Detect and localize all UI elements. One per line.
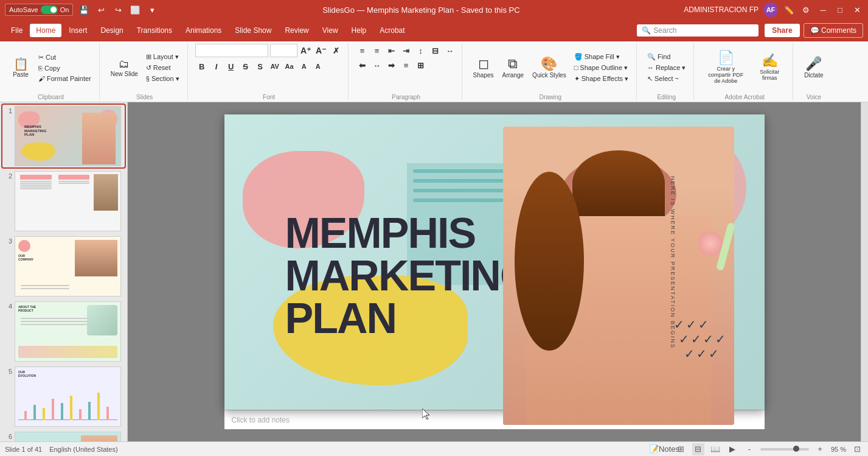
bold-button[interactable]: B xyxy=(195,60,209,73)
increase-indent-button[interactable]: ⇥ xyxy=(400,44,413,57)
normal-view-button[interactable]: ⊞ xyxy=(675,443,687,455)
autosave-toggle[interactable] xyxy=(41,5,58,14)
decrease-indent-button[interactable]: ⇤ xyxy=(385,44,398,57)
status-bar: Slide 1 of 41 English (United States) 📝 … xyxy=(0,441,868,456)
dictate-button[interactable]: 🎤 Dictate xyxy=(800,55,827,81)
user-avatar[interactable]: AF xyxy=(763,2,778,17)
highlight-color-button[interactable]: A xyxy=(297,60,311,73)
notes-button[interactable]: 📝 Notes xyxy=(658,443,670,455)
menu-view[interactable]: View xyxy=(316,24,344,37)
zoom-in-button[interactable]: + xyxy=(814,443,826,455)
font-size-input[interactable] xyxy=(270,44,297,57)
autosave-status: On xyxy=(60,6,69,13)
align-left-button[interactable]: ⬅ xyxy=(356,58,369,72)
reading-view-button[interactable]: 📖 xyxy=(709,443,721,455)
change-case-button[interactable]: Aa xyxy=(283,60,296,73)
slide-canvas[interactable]: MEMPHISMARKETINGPLAN ✓✓✓ ✓✓✓✓ ✓✓✓ xyxy=(224,114,765,410)
section-button[interactable]: § Section ▾ xyxy=(143,74,182,84)
slide-panel[interactable]: 1 MEMPHISMARKETINGPLAN 2 xyxy=(0,102,128,441)
share-button[interactable]: Share xyxy=(765,24,799,37)
slideshow-button[interactable]: ▶ xyxy=(726,443,738,455)
close-button[interactable]: ✕ xyxy=(851,4,863,16)
italic-button[interactable]: I xyxy=(210,60,223,73)
settings-icon[interactable]: ⚙ xyxy=(800,4,812,16)
align-right-button[interactable]: ➡ xyxy=(385,58,398,72)
align-center-button[interactable]: ↔ xyxy=(370,58,384,72)
quick-styles-button[interactable]: 🎨 Quick Styles xyxy=(529,55,570,81)
slide-thumb-4: ABOUT THEPRODUCT xyxy=(15,301,121,362)
redo-button[interactable]: ↪ xyxy=(112,4,124,16)
underline-button[interactable]: U xyxy=(224,60,238,73)
shape-effects-button[interactable]: ✦ Shape Effects ▾ xyxy=(571,74,631,84)
reset-button[interactable]: ↺ Reset xyxy=(143,63,182,73)
select-button[interactable]: ↖ Select ~ xyxy=(644,74,689,84)
menu-help[interactable]: Help xyxy=(345,24,373,37)
menu-design[interactable]: Design xyxy=(94,24,129,37)
maximize-button[interactable]: □ xyxy=(834,4,846,16)
columns-button[interactable]: ⊟ xyxy=(429,44,442,57)
save-button[interactable]: 💾 xyxy=(78,4,90,16)
justify-button[interactable]: ≡ xyxy=(400,58,413,72)
bullet-list-button[interactable]: ≡ xyxy=(356,44,369,57)
search-box[interactable]: 🔍 Search xyxy=(637,24,759,37)
notes-placeholder[interactable]: Click to add notes xyxy=(232,416,290,424)
undo-button[interactable]: ↩ xyxy=(95,4,107,16)
char-spacing-button[interactable]: AV xyxy=(268,60,282,73)
request-signatures-button[interactable]: ✍ Solicitar firmas xyxy=(751,52,788,83)
slide-number-3: 3 xyxy=(4,237,12,245)
text-direction-button[interactable]: ↔ xyxy=(443,44,457,57)
zoom-thumb[interactable] xyxy=(793,446,799,452)
slide-item-1[interactable]: 1 MEMPHISMARKETINGPLAN xyxy=(2,105,125,167)
restore-button[interactable]: ⬜ xyxy=(129,4,141,16)
copy-button[interactable]: ⎘ Copy xyxy=(35,63,94,73)
new-slide-button[interactable]: 🗂 New Slide xyxy=(107,56,142,80)
font-color-button[interactable]: A xyxy=(311,60,325,73)
numbered-list-button[interactable]: ≡ xyxy=(370,44,384,57)
shapes-button[interactable]: ◻ Shapes xyxy=(470,55,498,81)
slide-item-5[interactable]: 5 OUREVOLUTION xyxy=(2,365,125,428)
slide-item-3[interactable]: 3 OURCOMPANY xyxy=(2,235,125,298)
menu-insert[interactable]: Insert xyxy=(63,24,93,37)
slide-item-4[interactable]: 4 ABOUT THEPRODUCT xyxy=(2,300,125,363)
minimize-button[interactable]: ─ xyxy=(817,4,829,16)
find-button[interactable]: 🔍 Find xyxy=(644,52,689,62)
increase-font-button[interactable]: A⁺ xyxy=(299,44,313,57)
customize-button[interactable]: ▾ xyxy=(146,4,158,16)
slide-item-2[interactable]: 2 xyxy=(2,170,125,233)
replace-button[interactable]: ↔ Replace ▾ xyxy=(644,63,689,73)
shape-fill-button[interactable]: 🪣 Shape Fill ▾ xyxy=(571,52,631,62)
line-spacing-button[interactable]: ↕ xyxy=(414,44,428,57)
decrease-font-button[interactable]: A⁻ xyxy=(314,44,328,57)
autosave-control[interactable]: AutoSave On xyxy=(5,4,73,16)
cut-button[interactable]: ✂ Cut xyxy=(35,52,94,63)
menu-animations[interactable]: Animations xyxy=(179,24,227,37)
canvas-area[interactable]: MEMPHISMARKETINGPLAN ✓✓✓ ✓✓✓✓ ✓✓✓ xyxy=(128,102,861,441)
pen-button[interactable]: ✏️ xyxy=(783,4,795,16)
layout-button[interactable]: ⊞ Layout ▾ xyxy=(143,52,182,62)
smart-art-button[interactable]: ⊞ xyxy=(414,58,428,72)
menu-slideshow[interactable]: Slide Show xyxy=(229,24,277,37)
font-name-input[interactable] xyxy=(195,44,268,57)
fit-window-button[interactable]: ⊡ xyxy=(851,443,863,455)
paste-button[interactable]: 📋 Paste xyxy=(7,55,34,80)
create-share-pdf-button[interactable]: 📄 Crear y compartir PDF de Adobe xyxy=(701,49,750,86)
comments-button[interactable]: 💬 Comments xyxy=(804,23,863,38)
text-shadow-button[interactable]: S xyxy=(254,60,267,73)
shape-outline-button[interactable]: □ Shape Outline ▾ xyxy=(571,63,631,73)
zoom-slider[interactable] xyxy=(760,448,809,451)
editing-label: Editing xyxy=(657,93,676,100)
slide-sorter-button[interactable]: ⊟ xyxy=(692,443,704,455)
format-painter-button[interactable]: 🖌 Format Painter xyxy=(35,74,94,83)
paragraph-group: ≡ ≡ ⇤ ⇥ ↕ ⊟ ↔ ⬅ ↔ ➡ ≡ ⊞ Paragraph xyxy=(351,43,462,100)
zoom-out-button[interactable]: - xyxy=(743,443,755,455)
menu-acrobat[interactable]: Acrobat xyxy=(373,24,411,37)
slide-item-6[interactable]: 6 xyxy=(2,430,125,441)
arrange-button[interactable]: ⧉ Arrange xyxy=(499,55,528,81)
clear-formatting-button[interactable]: ✗ xyxy=(330,44,343,57)
strikethrough-button[interactable]: S xyxy=(239,60,252,73)
right-scrollbar[interactable] xyxy=(861,102,868,441)
menu-transitions[interactable]: Transitions xyxy=(131,24,178,37)
menu-review[interactable]: Review xyxy=(279,24,314,37)
menu-file[interactable]: File xyxy=(5,24,29,37)
menu-home[interactable]: Home xyxy=(30,24,61,37)
